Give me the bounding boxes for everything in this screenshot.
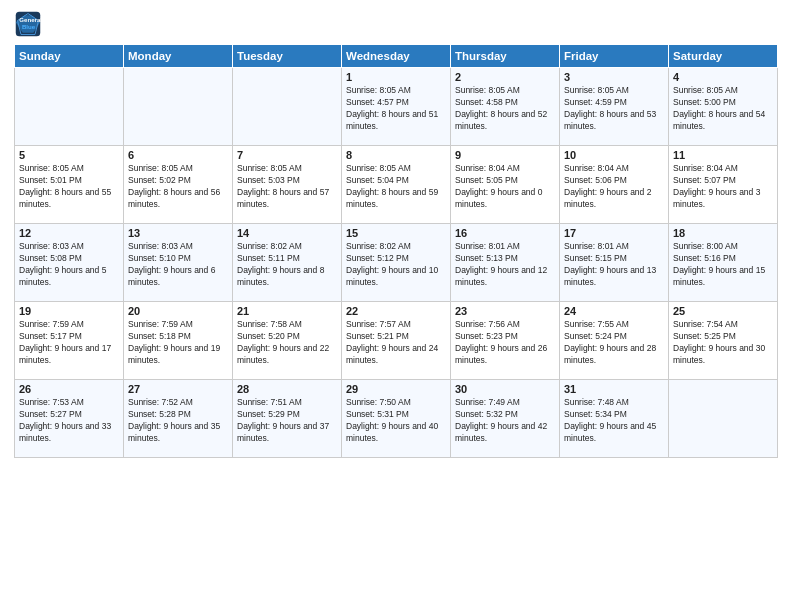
calendar-cell — [669, 380, 778, 458]
calendar-cell: 3Sunrise: 8:05 AM Sunset: 4:59 PM Daylig… — [560, 68, 669, 146]
day-info: Sunrise: 8:05 AM Sunset: 5:03 PM Dayligh… — [237, 163, 337, 211]
calendar-week-3: 12Sunrise: 8:03 AM Sunset: 5:08 PM Dayli… — [15, 224, 778, 302]
day-info: Sunrise: 8:05 AM Sunset: 4:59 PM Dayligh… — [564, 85, 664, 133]
day-info: Sunrise: 8:05 AM Sunset: 4:58 PM Dayligh… — [455, 85, 555, 133]
calendar-cell: 11Sunrise: 8:04 AM Sunset: 5:07 PM Dayli… — [669, 146, 778, 224]
day-info: Sunrise: 7:53 AM Sunset: 5:27 PM Dayligh… — [19, 397, 119, 445]
day-info: Sunrise: 8:00 AM Sunset: 5:16 PM Dayligh… — [673, 241, 773, 289]
day-number: 13 — [128, 227, 228, 239]
day-info: Sunrise: 8:05 AM Sunset: 5:02 PM Dayligh… — [128, 163, 228, 211]
day-number: 6 — [128, 149, 228, 161]
calendar-cell: 7Sunrise: 8:05 AM Sunset: 5:03 PM Daylig… — [233, 146, 342, 224]
day-number: 5 — [19, 149, 119, 161]
day-number: 16 — [455, 227, 555, 239]
day-info: Sunrise: 8:05 AM Sunset: 4:57 PM Dayligh… — [346, 85, 446, 133]
calendar-cell: 27Sunrise: 7:52 AM Sunset: 5:28 PM Dayli… — [124, 380, 233, 458]
weekday-header-wednesday: Wednesday — [342, 45, 451, 68]
calendar-week-5: 26Sunrise: 7:53 AM Sunset: 5:27 PM Dayli… — [15, 380, 778, 458]
day-info: Sunrise: 7:55 AM Sunset: 5:24 PM Dayligh… — [564, 319, 664, 367]
day-number: 19 — [19, 305, 119, 317]
day-info: Sunrise: 8:05 AM Sunset: 5:00 PM Dayligh… — [673, 85, 773, 133]
calendar-table: SundayMondayTuesdayWednesdayThursdayFrid… — [14, 44, 778, 458]
calendar-cell: 25Sunrise: 7:54 AM Sunset: 5:25 PM Dayli… — [669, 302, 778, 380]
day-info: Sunrise: 7:51 AM Sunset: 5:29 PM Dayligh… — [237, 397, 337, 445]
day-info: Sunrise: 7:48 AM Sunset: 5:34 PM Dayligh… — [564, 397, 664, 445]
day-info: Sunrise: 8:04 AM Sunset: 5:06 PM Dayligh… — [564, 163, 664, 211]
weekday-header-row: SundayMondayTuesdayWednesdayThursdayFrid… — [15, 45, 778, 68]
day-number: 9 — [455, 149, 555, 161]
calendar-cell: 26Sunrise: 7:53 AM Sunset: 5:27 PM Dayli… — [15, 380, 124, 458]
weekday-header-thursday: Thursday — [451, 45, 560, 68]
day-number: 21 — [237, 305, 337, 317]
calendar-cell: 14Sunrise: 8:02 AM Sunset: 5:11 PM Dayli… — [233, 224, 342, 302]
day-number: 28 — [237, 383, 337, 395]
day-number: 1 — [346, 71, 446, 83]
calendar-cell: 16Sunrise: 8:01 AM Sunset: 5:13 PM Dayli… — [451, 224, 560, 302]
day-info: Sunrise: 7:56 AM Sunset: 5:23 PM Dayligh… — [455, 319, 555, 367]
calendar-cell: 21Sunrise: 7:58 AM Sunset: 5:20 PM Dayli… — [233, 302, 342, 380]
calendar-cell: 15Sunrise: 8:02 AM Sunset: 5:12 PM Dayli… — [342, 224, 451, 302]
calendar-cell: 5Sunrise: 8:05 AM Sunset: 5:01 PM Daylig… — [15, 146, 124, 224]
day-number: 20 — [128, 305, 228, 317]
calendar-cell: 18Sunrise: 8:00 AM Sunset: 5:16 PM Dayli… — [669, 224, 778, 302]
day-info: Sunrise: 8:04 AM Sunset: 5:05 PM Dayligh… — [455, 163, 555, 211]
calendar-cell — [15, 68, 124, 146]
calendar-cell: 2Sunrise: 8:05 AM Sunset: 4:58 PM Daylig… — [451, 68, 560, 146]
day-number: 4 — [673, 71, 773, 83]
day-number: 17 — [564, 227, 664, 239]
calendar-cell: 4Sunrise: 8:05 AM Sunset: 5:00 PM Daylig… — [669, 68, 778, 146]
calendar-cell: 23Sunrise: 7:56 AM Sunset: 5:23 PM Dayli… — [451, 302, 560, 380]
day-info: Sunrise: 7:57 AM Sunset: 5:21 PM Dayligh… — [346, 319, 446, 367]
calendar-cell: 17Sunrise: 8:01 AM Sunset: 5:15 PM Dayli… — [560, 224, 669, 302]
calendar-cell: 20Sunrise: 7:59 AM Sunset: 5:18 PM Dayli… — [124, 302, 233, 380]
day-number: 7 — [237, 149, 337, 161]
weekday-header-sunday: Sunday — [15, 45, 124, 68]
calendar-cell — [233, 68, 342, 146]
day-info: Sunrise: 8:03 AM Sunset: 5:10 PM Dayligh… — [128, 241, 228, 289]
day-info: Sunrise: 8:03 AM Sunset: 5:08 PM Dayligh… — [19, 241, 119, 289]
day-info: Sunrise: 8:05 AM Sunset: 5:01 PM Dayligh… — [19, 163, 119, 211]
day-number: 29 — [346, 383, 446, 395]
calendar-cell: 9Sunrise: 8:04 AM Sunset: 5:05 PM Daylig… — [451, 146, 560, 224]
svg-text:General: General — [19, 16, 42, 23]
day-number: 2 — [455, 71, 555, 83]
calendar-week-4: 19Sunrise: 7:59 AM Sunset: 5:17 PM Dayli… — [15, 302, 778, 380]
calendar-cell: 8Sunrise: 8:05 AM Sunset: 5:04 PM Daylig… — [342, 146, 451, 224]
day-info: Sunrise: 8:04 AM Sunset: 5:07 PM Dayligh… — [673, 163, 773, 211]
calendar-cell: 31Sunrise: 7:48 AM Sunset: 5:34 PM Dayli… — [560, 380, 669, 458]
calendar-cell: 12Sunrise: 8:03 AM Sunset: 5:08 PM Dayli… — [15, 224, 124, 302]
day-number: 3 — [564, 71, 664, 83]
page-container: General Blue SundayMondayTuesdayWednesda… — [0, 0, 792, 466]
calendar-cell: 10Sunrise: 8:04 AM Sunset: 5:06 PM Dayli… — [560, 146, 669, 224]
calendar-cell: 28Sunrise: 7:51 AM Sunset: 5:29 PM Dayli… — [233, 380, 342, 458]
day-number: 30 — [455, 383, 555, 395]
day-info: Sunrise: 8:01 AM Sunset: 5:15 PM Dayligh… — [564, 241, 664, 289]
day-info: Sunrise: 8:01 AM Sunset: 5:13 PM Dayligh… — [455, 241, 555, 289]
day-number: 10 — [564, 149, 664, 161]
day-number: 26 — [19, 383, 119, 395]
calendar-cell: 13Sunrise: 8:03 AM Sunset: 5:10 PM Dayli… — [124, 224, 233, 302]
day-number: 8 — [346, 149, 446, 161]
day-info: Sunrise: 8:05 AM Sunset: 5:04 PM Dayligh… — [346, 163, 446, 211]
day-number: 14 — [237, 227, 337, 239]
calendar-cell: 22Sunrise: 7:57 AM Sunset: 5:21 PM Dayli… — [342, 302, 451, 380]
day-info: Sunrise: 8:02 AM Sunset: 5:11 PM Dayligh… — [237, 241, 337, 289]
day-number: 23 — [455, 305, 555, 317]
day-number: 31 — [564, 383, 664, 395]
day-number: 18 — [673, 227, 773, 239]
calendar-cell: 6Sunrise: 8:05 AM Sunset: 5:02 PM Daylig… — [124, 146, 233, 224]
day-info: Sunrise: 8:02 AM Sunset: 5:12 PM Dayligh… — [346, 241, 446, 289]
day-info: Sunrise: 7:54 AM Sunset: 5:25 PM Dayligh… — [673, 319, 773, 367]
calendar-week-2: 5Sunrise: 8:05 AM Sunset: 5:01 PM Daylig… — [15, 146, 778, 224]
calendar-cell: 1Sunrise: 8:05 AM Sunset: 4:57 PM Daylig… — [342, 68, 451, 146]
day-info: Sunrise: 7:50 AM Sunset: 5:31 PM Dayligh… — [346, 397, 446, 445]
day-info: Sunrise: 7:59 AM Sunset: 5:17 PM Dayligh… — [19, 319, 119, 367]
weekday-header-monday: Monday — [124, 45, 233, 68]
day-number: 24 — [564, 305, 664, 317]
day-number: 15 — [346, 227, 446, 239]
day-number: 25 — [673, 305, 773, 317]
header: General Blue — [14, 10, 778, 38]
calendar-cell — [124, 68, 233, 146]
day-number: 22 — [346, 305, 446, 317]
calendar-cell: 30Sunrise: 7:49 AM Sunset: 5:32 PM Dayli… — [451, 380, 560, 458]
